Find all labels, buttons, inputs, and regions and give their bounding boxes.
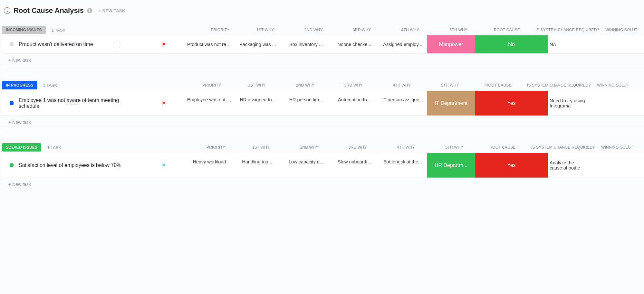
task-row[interactable]: Satisfaction level of employees is below… (2, 153, 644, 178)
col-why5[interactable]: 5TH WHY (434, 28, 483, 32)
assignee-placeholder-icon[interactable] (113, 41, 121, 48)
why1-cell[interactable]: Employee was not b... (185, 91, 234, 115)
group-header: IN PROGRESS 1 TASK PRIORITY 1ST WHY 2ND … (2, 80, 644, 91)
why2-cell[interactable]: HR assigned to... (234, 91, 282, 115)
new-task-button[interactable]: + NEW TASK (99, 8, 125, 13)
system-change-cell[interactable]: Yes (475, 153, 548, 178)
col-winning-solution[interactable]: WINNING SOLUT (603, 28, 644, 32)
assignee-placeholder-icon[interactable] (113, 161, 121, 169)
add-task-button[interactable]: + New task (2, 116, 644, 125)
root-cause-cell[interactable]: IT Department (427, 91, 475, 115)
col-why3[interactable]: 3RD WHY (329, 83, 378, 87)
why2-cell[interactable]: Packaging was ... (234, 35, 282, 53)
column-headers: PRIORITY 1ST WHY 2ND WHY 3RD WHY 4TH WHY… (65, 28, 644, 32)
task-count: 1 TASK (43, 83, 57, 88)
col-why4[interactable]: 4TH WHY (386, 28, 434, 32)
group-header: SOLVED ISSUES 1 TASK PRIORITY 1ST WHY 2N… (2, 142, 644, 153)
col-why3[interactable]: 3RD WHY (333, 145, 382, 150)
status-group: INCOMING ISSUES 1 TASK PRIORITY 1ST WHY … (2, 24, 644, 65)
why5-cell[interactable]: Bottleneck at the... (379, 153, 427, 178)
col-root-cause[interactable]: ROOT CAUSE (478, 145, 527, 150)
system-change-pill[interactable]: No (475, 35, 548, 53)
why3-cell[interactable]: Low capacity o... (282, 153, 330, 178)
why4-cell[interactable]: Noone checke... (330, 35, 379, 53)
group-body: Satisfaction level of employees is below… (2, 153, 644, 189)
why3-cell[interactable]: HR person tim... (282, 91, 330, 115)
status-square-icon[interactable] (10, 163, 14, 167)
task-row[interactable]: Employee 1 was not aware of team meeting… (2, 91, 644, 116)
col-winning-solution[interactable]: WINNING SOLUT (599, 145, 641, 150)
why4-cell[interactable]: Slow onboardi... (330, 153, 379, 178)
board-header: ⌄ Root Cause Analysis i + NEW TASK (2, 6, 644, 24)
info-icon[interactable]: i (87, 8, 92, 13)
col-system-change[interactable]: IS SYSTEM CHANGE REQUIRED? (523, 83, 595, 87)
priority-cell[interactable] (143, 35, 185, 53)
col-priority[interactable]: PRIORITY (191, 83, 233, 87)
winning-solution-cell[interactable]: Need to try using Integroma (548, 91, 590, 115)
status-chip[interactable]: SOLVED ISSUES (2, 143, 41, 152)
group-body: Product wasn't delivered on time Product… (2, 35, 644, 65)
col-winning-solution[interactable]: WINNING SOLUT (595, 83, 637, 87)
status-square-icon[interactable] (10, 101, 14, 105)
priority-flag-icon (161, 41, 167, 47)
why5-cell[interactable]: IT person assigne... (379, 91, 427, 115)
task-title[interactable]: Product wasn't delivered on time (19, 41, 93, 47)
why5-cell[interactable]: Assigned employ... (379, 35, 427, 53)
system-change-cell[interactable]: No (475, 35, 548, 53)
col-why2[interactable]: 2ND WHY (289, 28, 338, 32)
task-count: 1 TASK (52, 28, 66, 32)
why1-cell[interactable]: Heavy workload (185, 153, 234, 178)
root-cause-cell[interactable]: HR Departm... (427, 153, 475, 178)
root-cause-pill[interactable]: Manpower (427, 35, 475, 53)
col-why4[interactable]: 4TH WHY (382, 145, 430, 150)
col-why3[interactable]: 3RD WHY (338, 28, 386, 32)
task-title[interactable]: Satisfaction level of employees is below… (19, 162, 121, 168)
why3-cell[interactable]: Box inventory ... (282, 35, 330, 53)
col-why5[interactable]: 5TH WHY (426, 83, 474, 87)
col-why1[interactable]: 1ST WHY (237, 145, 285, 150)
task-title-cell[interactable]: Satisfaction level of employees is below… (2, 153, 143, 178)
status-group: IN PROGRESS 1 TASK PRIORITY 1ST WHY 2ND … (2, 80, 644, 127)
root-cause-cell[interactable]: Manpower (427, 35, 475, 53)
why2-cell[interactable]: Handling too ... (234, 153, 282, 178)
col-why1[interactable]: 1ST WHY (233, 83, 281, 87)
task-title-cell[interactable]: Product wasn't delivered on time (2, 35, 143, 53)
col-system-change[interactable]: IS SYSTEM CHANGE REQUIRED? (531, 28, 603, 32)
collapse-toggle-icon[interactable]: ⌄ (4, 7, 10, 14)
task-row[interactable]: Product wasn't delivered on time Product… (2, 35, 644, 54)
task-title-cell[interactable]: Employee 1 was not aware of team meeting… (2, 91, 143, 115)
priority-flag-icon (161, 100, 167, 106)
status-chip[interactable]: IN PROGRESS (2, 81, 37, 89)
system-change-pill[interactable]: Yes (475, 153, 548, 178)
col-root-cause[interactable]: ROOT CAUSE (474, 83, 523, 87)
col-why2[interactable]: 2ND WHY (285, 145, 333, 150)
col-why1[interactable]: 1ST WHY (241, 28, 289, 32)
col-why4[interactable]: 4TH WHY (378, 83, 426, 87)
system-change-cell[interactable]: Yes (475, 91, 548, 115)
winning-solution-cell[interactable]: Analyze the cause of bottle (548, 153, 590, 178)
assignee-placeholder-icon[interactable] (113, 99, 121, 107)
task-date[interactable]: 7/2/22 (66, 101, 78, 106)
priority-cell[interactable] (143, 91, 185, 115)
status-chip[interactable]: INCOMING ISSUES (2, 26, 46, 34)
column-headers: PRIORITY 1ST WHY 2ND WHY 3RD WHY 4TH WHY… (57, 83, 644, 87)
add-task-button[interactable]: + New task (2, 54, 644, 63)
status-group: SOLVED ISSUES 1 TASK PRIORITY 1ST WHY 2N… (2, 142, 644, 189)
status-square-icon[interactable] (10, 42, 14, 46)
system-change-pill[interactable]: Yes (475, 91, 548, 115)
add-task-button[interactable]: + New task (2, 178, 644, 187)
task-count: 1 TASK (47, 145, 61, 150)
root-cause-pill[interactable]: HR Departm... (427, 153, 475, 178)
col-why5[interactable]: 5TH WHY (430, 145, 478, 150)
why1-cell[interactable]: Product was not rea... (185, 35, 234, 53)
why4-cell[interactable]: Automation fo... (330, 91, 379, 115)
root-cause-pill[interactable]: IT Department (427, 91, 475, 115)
winning-solution-cell[interactable]: NA (548, 35, 590, 53)
col-system-change[interactable]: IS SYSTEM CHANGE REQUIRED? (527, 145, 599, 150)
col-priority[interactable]: PRIORITY (195, 145, 237, 150)
col-why2[interactable]: 2ND WHY (281, 83, 329, 87)
priority-cell[interactable] (143, 153, 185, 178)
col-priority[interactable]: PRIORITY (199, 28, 241, 32)
group-header: INCOMING ISSUES 1 TASK PRIORITY 1ST WHY … (2, 24, 644, 35)
col-root-cause[interactable]: ROOT CAUSE (483, 28, 531, 32)
